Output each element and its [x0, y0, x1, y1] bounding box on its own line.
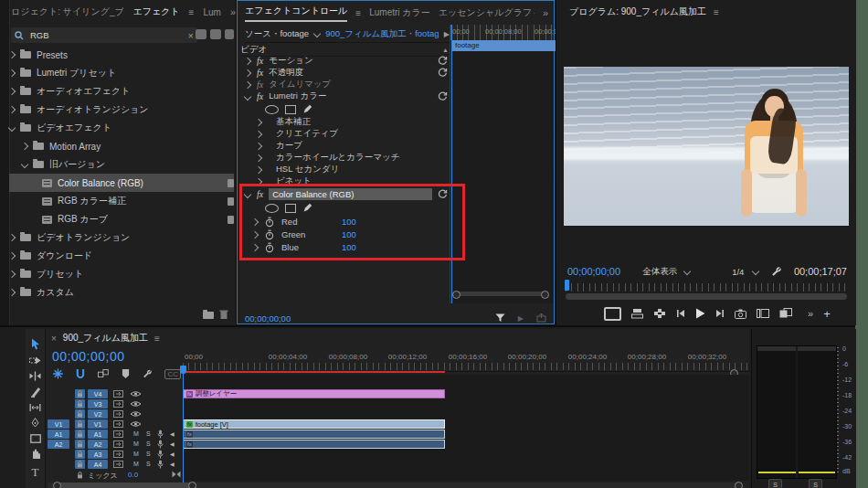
- tree-item-color-balance-rgb[interactable]: Color Balance (RGB): [42, 174, 234, 192]
- chevron-right-icon[interactable]: [8, 234, 16, 241]
- sync-lock-icon[interactable]: [113, 410, 123, 418]
- chevron-right-icon[interactable]: [255, 130, 262, 137]
- razor-tool-icon[interactable]: [30, 387, 41, 398]
- tree-item-downloads[interactable]: ダウンロード: [9, 247, 234, 265]
- lock-cell-v3[interactable]: [75, 399, 85, 408]
- program-ruler[interactable]: [566, 283, 847, 292]
- tree-item-presets[interactable]: Presets: [9, 46, 234, 64]
- tab-effect-controls[interactable]: エフェクトコントロール: [245, 5, 347, 22]
- param-value[interactable]: 100: [342, 242, 356, 252]
- mute-button[interactable]: M: [133, 461, 139, 467]
- timeline-timecode[interactable]: 00;00;00;00: [52, 349, 124, 364]
- tab-program[interactable]: プログラム: 900_フィルム風加工: [569, 5, 706, 18]
- filter-accelerated-icon[interactable]: [196, 29, 206, 39]
- tree-item-rgb-color-corrector[interactable]: RGB カラー補正: [42, 192, 234, 210]
- lumetri-row-curves[interactable]: カーブ: [239, 140, 464, 152]
- captions-cc-icon[interactable]: CC: [164, 369, 181, 379]
- ec-playhead-line[interactable]: [451, 25, 452, 303]
- chevron-right-icon[interactable]: [8, 289, 16, 296]
- reset-icon[interactable]: [438, 189, 448, 199]
- param-value[interactable]: 100: [342, 217, 356, 227]
- solo-button[interactable]: S: [146, 461, 151, 467]
- source-patch-a2[interactable]: A2: [48, 440, 69, 449]
- ellipse-mask-icon[interactable]: [265, 204, 279, 213]
- source-patch-v1[interactable]: V1: [48, 419, 69, 429]
- mute-button[interactable]: M: [133, 440, 139, 447]
- lumetri-row-vignette[interactable]: ビネット: [239, 175, 464, 187]
- settings-wrench-icon[interactable]: [771, 266, 782, 277]
- rectangle-tool-icon[interactable]: [30, 434, 41, 443]
- pen-mask-icon[interactable]: [302, 104, 312, 114]
- play-around-icon[interactable]: ▶: [518, 314, 524, 323]
- solo-left-button[interactable]: S: [768, 479, 782, 488]
- chevron-right-icon[interactable]: [255, 165, 262, 173]
- filter-32bit-icon[interactable]: [210, 29, 221, 39]
- comparison-view-icon[interactable]: [779, 308, 792, 319]
- program-playhead[interactable]: [565, 280, 569, 291]
- scrollbar-handle-right[interactable]: [735, 482, 743, 488]
- chevron-right-icon[interactable]: [244, 80, 251, 88]
- effect-row-opacity[interactable]: fx 不透明度: [239, 67, 448, 79]
- panel-menu-icon[interactable]: ≡: [154, 334, 160, 344]
- stopwatch-icon[interactable]: [265, 242, 274, 253]
- chevron-right-icon[interactable]: [8, 271, 16, 278]
- scrollbar-handle-mid[interactable]: [188, 482, 196, 488]
- stopwatch-icon[interactable]: [265, 217, 274, 228]
- panel-menu-icon[interactable]: ≡: [714, 7, 719, 17]
- step-back-icon[interactable]: [676, 309, 685, 318]
- playback-resolution-dropdown[interactable]: 1/4: [732, 267, 758, 277]
- chevron-right-icon[interactable]: [244, 57, 251, 64]
- film-frame-icon[interactable]: [757, 309, 769, 318]
- lumetri-row-wheels[interactable]: カラーホイールとカラーマッチ: [239, 152, 464, 164]
- step-forward-icon[interactable]: [715, 309, 725, 318]
- tree-item-audio-transitions[interactable]: オーディオトランジション: [9, 101, 234, 119]
- type-tool-icon[interactable]: T: [32, 465, 39, 480]
- tree-item-presets-jp[interactable]: プリセット: [9, 265, 234, 283]
- filter-funnel-icon[interactable]: [495, 313, 505, 323]
- lock-cell-a2[interactable]: [75, 440, 85, 449]
- sync-lock-icon[interactable]: [113, 440, 123, 448]
- clip-adjustment-layer[interactable]: fx 調整レイヤー: [183, 389, 445, 398]
- effect-row-time-remap[interactable]: fx タイムリマップ: [239, 79, 448, 90]
- mute-button[interactable]: M: [133, 451, 139, 457]
- track-target-v4[interactable]: V4: [88, 389, 108, 398]
- selection-tool-icon[interactable]: [30, 338, 41, 350]
- track-output-eye-icon[interactable]: [130, 400, 142, 408]
- lumetri-row-creative[interactable]: クリエイティブ: [239, 128, 464, 140]
- collapse-arrow-icon[interactable]: ▲: [442, 47, 449, 53]
- chevron-right-icon[interactable]: [21, 143, 28, 150]
- track-target-a3[interactable]: A3: [88, 450, 108, 459]
- param-row-blue[interactable]: Blue 100: [239, 241, 460, 253]
- chevron-down-icon[interactable]: [21, 161, 28, 168]
- rect-mask-icon[interactable]: [285, 105, 296, 114]
- chevron-right-icon[interactable]: [8, 51, 16, 58]
- chevron-right-icon[interactable]: [244, 69, 251, 76]
- solo-right-button[interactable]: S: [809, 479, 822, 488]
- chevron-right-icon[interactable]: [251, 230, 259, 238]
- stopwatch-icon[interactable]: [265, 229, 274, 240]
- solo-button[interactable]: S: [146, 451, 151, 457]
- rect-mask-icon[interactable]: [285, 204, 296, 213]
- export-icon[interactable]: [536, 313, 546, 323]
- scrollbar-handle-left[interactable]: [452, 291, 460, 299]
- clip-footage-audio2[interactable]: fx: [183, 440, 445, 449]
- mix-volume-value[interactable]: 0.0: [128, 471, 138, 479]
- chevron-down-icon[interactable]: [8, 124, 16, 132]
- chevron-right-icon[interactable]: [8, 106, 16, 113]
- voiceover-mic-icon[interactable]: [157, 430, 164, 439]
- lock-cell-a1[interactable]: [75, 430, 85, 439]
- tab-lumetri-truncated[interactable]: Lum: [203, 7, 220, 17]
- mute-button[interactable]: M: [133, 430, 139, 437]
- filter-yuv-icon[interactable]: [225, 29, 234, 39]
- effect-row-motion[interactable]: fx モーション: [239, 55, 448, 67]
- source-patch-a1[interactable]: A1: [48, 430, 69, 439]
- extract-icon[interactable]: [653, 308, 666, 319]
- tab-close-icon[interactable]: ×: [51, 334, 57, 344]
- ripple-edit-tool-icon[interactable]: [29, 371, 41, 381]
- ec-mini-ruler[interactable]: 00;00 00;00;08;00 00;00;1: [450, 25, 554, 40]
- clip-footage-audio1[interactable]: fx: [183, 430, 445, 439]
- tree-item-custom[interactable]: カスタム: [9, 283, 234, 302]
- chevron-right-icon[interactable]: [255, 118, 262, 125]
- reset-icon[interactable]: [438, 91, 448, 101]
- tree-item-audio-effects[interactable]: オーディオエフェクト: [9, 82, 234, 101]
